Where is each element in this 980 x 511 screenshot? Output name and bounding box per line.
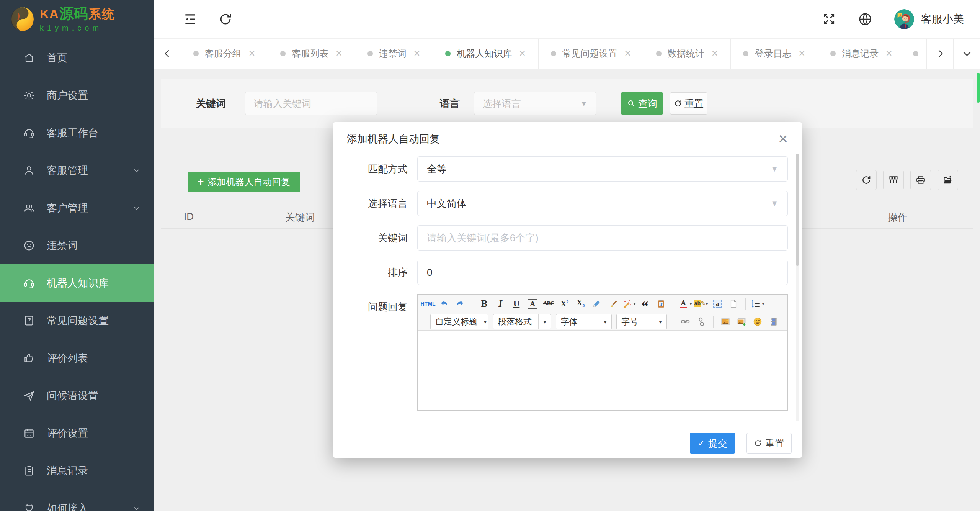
sidebar-item-review-settings[interactable]: 评价设置 [0, 414, 154, 452]
redo-button[interactable] [452, 296, 468, 311]
sidebar-item-home[interactable]: 首页 [0, 39, 154, 77]
question-doc-icon [23, 314, 35, 327]
tabs-scroll-left-button[interactable] [154, 39, 181, 69]
brand-logo-area[interactable]: KA 源码 系统 k1ym.com [0, 0, 154, 38]
sidebar-item-faq-settings[interactable]: 常见问题设置 [0, 302, 154, 339]
sidebar-item-how-to-connect[interactable]: 如何接入 [0, 490, 154, 511]
tab-service-group[interactable]: 客服分组✕ [181, 39, 268, 69]
font-family-select[interactable]: 字体▾ [556, 314, 612, 329]
bold-button[interactable]: B [477, 296, 492, 311]
match-type-select[interactable]: 全等 ▼ [417, 156, 788, 182]
html-source-button[interactable]: HTML [420, 296, 436, 311]
match-type-value: 全等 [427, 162, 447, 176]
font-color-icon: A [678, 299, 688, 309]
tab-forbidden-words[interactable]: 违禁词✕ [355, 39, 433, 69]
font-color-button[interactable]: A▾ [678, 296, 693, 311]
user-name[interactable]: 客服小美 [921, 12, 964, 26]
tab-partial[interactable] [905, 39, 926, 69]
emoticon-button[interactable] [750, 314, 765, 329]
sidebar-item-merchant-settings[interactable]: 商户设置 [0, 77, 154, 114]
keyword-filter-label: 关键词 [196, 97, 226, 110]
refresh-button[interactable] [856, 170, 877, 190]
heading-select[interactable]: 自定义标题▾ [430, 314, 488, 329]
tab-faq-settings[interactable]: 常见问题设置✕ [538, 39, 644, 69]
undo-button[interactable] [436, 296, 452, 311]
home-icon [23, 52, 35, 64]
user-avatar[interactable] [894, 9, 914, 29]
tab-message-record[interactable]: 消息记录✕ [818, 39, 905, 69]
export-button[interactable] [938, 170, 958, 190]
sidebar-item-review-list[interactable]: 评价列表 [0, 339, 154, 377]
sidebar-item-label: 客户管理 [47, 201, 88, 215]
paragraph-select[interactable]: 段落格式▾ [493, 314, 551, 329]
media-button[interactable] [766, 314, 781, 329]
font-size-select[interactable]: 字号▾ [616, 314, 667, 329]
format-brush-button[interactable] [605, 296, 621, 311]
tab-service-list[interactable]: 客服列表✕ [268, 39, 354, 69]
filter-reset-button[interactable]: 重置 [670, 92, 707, 115]
tabs-scroll-right-button[interactable] [926, 39, 953, 69]
language-select[interactable]: 中文简体 ▼ [417, 191, 788, 216]
sidebar-item-greeting-settings[interactable]: 问候语设置 [0, 377, 154, 414]
tab-close-icon[interactable]: ✕ [798, 49, 805, 59]
printer-button[interactable] [910, 170, 931, 190]
new-document-button[interactable] [726, 296, 741, 311]
keyword-filter-input[interactable] [245, 92, 377, 115]
quick-format-button[interactable]: ▾ [621, 296, 637, 311]
tab-close-icon[interactable]: ✕ [519, 49, 526, 59]
superscript-button[interactable]: X2 [557, 296, 572, 311]
fullscreen-button[interactable] [821, 11, 837, 27]
sidebar-item-message-record[interactable]: 消息记录 [0, 452, 154, 490]
anchor-button[interactable]: a [710, 296, 725, 311]
multi-image-button[interactable] [734, 314, 749, 329]
highlight-button[interactable]: ab✎▾ [694, 296, 709, 311]
line-height-button[interactable]: ▾ [750, 296, 765, 311]
sidebar-item-robot-knowledge[interactable]: 机器人知识库 [0, 264, 154, 302]
link-button[interactable] [678, 314, 693, 329]
unlink-button[interactable] [694, 314, 709, 329]
page-scrollbar-thumb[interactable] [977, 73, 980, 103]
collapse-sidebar-button[interactable] [183, 11, 198, 27]
font-border-button[interactable]: A [525, 296, 540, 311]
refresh-page-button[interactable] [218, 11, 233, 27]
underline-button[interactable]: U [509, 296, 524, 311]
italic-button[interactable]: I [493, 296, 508, 311]
strikethrough-button[interactable]: ABC [541, 296, 556, 311]
tab-close-icon[interactable]: ✕ [335, 49, 342, 59]
add-robot-reply-button[interactable]: + 添加机器人自动回复 [188, 172, 300, 192]
tab-close-icon[interactable]: ✕ [624, 49, 631, 59]
strikethrough-icon: ABC [544, 299, 554, 309]
language-filter-select[interactable]: 选择语言 ▼ [474, 92, 596, 115]
eraser-button[interactable] [589, 296, 604, 311]
language-filter-placeholder: 选择语言 [483, 97, 521, 110]
sort-field-input[interactable] [417, 260, 788, 285]
tab-close-icon[interactable]: ✕ [248, 49, 255, 59]
tab-robot-knowledge[interactable]: 机器人知识库✕ [433, 39, 538, 69]
sidebar-item-service-workbench[interactable]: 客服工作台 [0, 114, 154, 152]
tab-close-icon[interactable]: ✕ [711, 49, 718, 59]
tab-login-log[interactable]: 登录日志✕ [730, 39, 817, 69]
image-button[interactable] [718, 314, 733, 329]
tab-close-icon[interactable]: ✕ [413, 49, 420, 59]
caret-down-icon: ▼ [580, 99, 588, 108]
search-button[interactable]: 查询 [621, 92, 663, 115]
caret-down-icon: ▾ [762, 301, 764, 306]
paste-text-button[interactable]: T [653, 296, 669, 311]
columns-button[interactable] [883, 170, 904, 190]
sidebar-item-forbidden-words[interactable]: 违禁词 [0, 227, 154, 264]
tab-close-icon[interactable]: ✕ [885, 49, 892, 59]
sidebar-item-customer-management[interactable]: 客户管理 [0, 189, 154, 227]
tab-label: 登录日志 [755, 47, 791, 60]
close-icon[interactable]: ✕ [778, 133, 788, 145]
keyword-field-input[interactable] [417, 225, 788, 251]
editor-content-area[interactable] [418, 331, 787, 410]
submit-button[interactable]: ✓ 提交 [690, 433, 735, 454]
subscript-button[interactable]: X2 [573, 296, 588, 311]
language-button[interactable] [857, 11, 873, 27]
modal-scrollbar-thumb[interactable] [796, 154, 799, 266]
blockquote-button[interactable]: “ [637, 296, 653, 311]
modal-reset-button[interactable]: 重置 [746, 433, 792, 454]
tab-data-statistics[interactable]: 数据统计✕ [644, 39, 730, 69]
tabs-dropdown-button[interactable] [953, 39, 980, 69]
sidebar-item-service-management[interactable]: 客服管理 [0, 152, 154, 189]
